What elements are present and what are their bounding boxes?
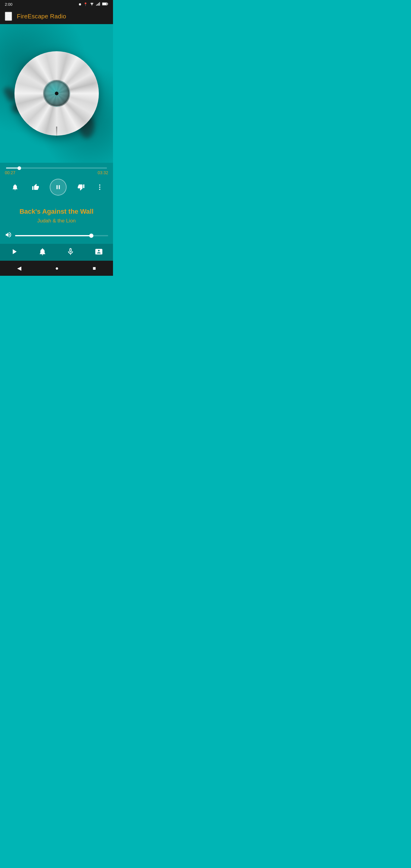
volume-row [0,227,113,244]
back-button[interactable]: ◀ [11,264,27,273]
menu-button[interactable]: ☰ [5,12,12,21]
status-bar: 2:00 ⏺ 📍 [0,0,113,8]
svg-rect-2 [97,4,98,6]
battery-icon [102,2,108,6]
volume-thumb[interactable] [89,234,93,238]
volume-bar-background[interactable] [15,235,108,236]
recents-button[interactable]: ■ [87,264,102,273]
pause-button[interactable] [50,179,67,195]
thumbs-up-button[interactable] [30,181,41,193]
progress-container[interactable] [5,167,108,168]
location-icon: 📍 [84,2,88,6]
system-nav-bar: ◀ ● ■ [0,261,113,276]
more-dots-icon [98,183,101,191]
signal-icon [96,2,100,6]
nav-play-button[interactable] [6,246,22,257]
progress-thumb[interactable] [18,166,21,170]
svg-rect-7 [107,3,108,4]
app-title: FireEscape Radio [17,13,66,20]
disc-center-label [43,80,70,107]
svg-rect-4 [99,2,100,5]
home-button[interactable]: ● [50,264,65,273]
disc-hole [55,92,59,95]
disc-shadow [56,127,57,138]
song-info: Back's Against the Wall Judah & the Lion [0,203,113,227]
more-options-button[interactable] [96,181,104,193]
volume-icon [5,231,12,240]
svg-rect-6 [102,3,107,5]
time-row: 00:27 03:32 [5,170,108,175]
current-time: 00:27 [5,170,15,175]
bottom-nav [0,244,113,261]
controls-area: 00:27 03:32 [0,163,113,203]
control-buttons-row [5,179,108,195]
bell-button[interactable] [9,181,21,193]
nav-notifications-button[interactable] [35,246,50,257]
album-art-area [0,24,113,163]
svg-rect-3 [98,3,99,5]
total-time: 03:32 [98,170,108,175]
volume-bar-fill [15,235,91,236]
nav-microphone-button[interactable] [63,246,78,257]
record-icon: ⏺ [78,2,82,6]
progress-bar-background[interactable] [6,167,107,168]
song-title: Back's Against the Wall [5,208,108,216]
top-bar: ☰ FireEscape Radio [0,8,113,24]
song-artist: Judah & the Lion [5,218,108,224]
status-icons: ⏺ 📍 [78,2,108,6]
svg-point-0 [92,5,92,6]
status-time: 2:00 [5,2,12,7]
cd-disc-wrapper [14,51,99,135]
cd-disc [14,51,99,135]
nav-contacts-button[interactable] [91,246,107,257]
wifi-icon [90,2,94,6]
thumbs-down-button[interactable] [75,181,87,193]
svg-rect-1 [96,5,97,6]
